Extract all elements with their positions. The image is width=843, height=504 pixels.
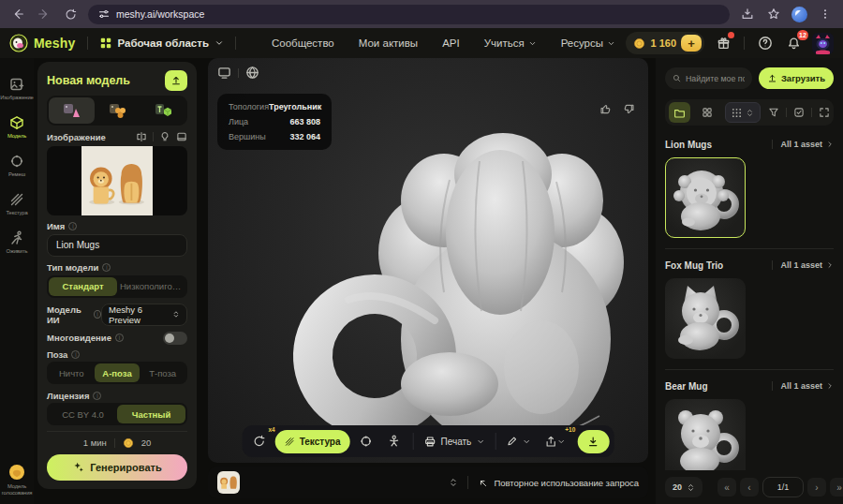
tab-image-to-3d[interactable] (49, 97, 95, 124)
topology-label: Топология (229, 102, 269, 111)
asset-section-count[interactable]: All 1 asset (772, 381, 834, 391)
license-private[interactable]: Частный (117, 405, 185, 422)
license-ccby[interactable]: CC BY 4.0 (49, 405, 117, 422)
first-page-button[interactable]: « (717, 478, 736, 497)
page-size-select[interactable]: 20 (665, 477, 702, 497)
back-icon[interactable] (9, 6, 26, 22)
site-settings-icon[interactable] (98, 8, 110, 20)
wireframe-globe-icon[interactable] (245, 66, 259, 80)
asset-thumbnail-fox[interactable] (665, 278, 746, 359)
edit-button[interactable] (502, 436, 534, 447)
notifications-bell-icon[interactable]: 12 (784, 34, 803, 52)
idea-lightbulb-icon[interactable] (159, 131, 170, 142)
upload-icon (767, 73, 777, 83)
asset-thumbnail-lion[interactable] (665, 157, 746, 238)
folder-view-button[interactable] (669, 102, 690, 123)
gift-icon[interactable] (714, 34, 732, 52)
grid-size-control[interactable] (725, 102, 761, 123)
browser-menu-icon[interactable] (817, 6, 834, 22)
model-type-standard[interactable]: Стандарт (49, 277, 117, 295)
texture-button[interactable]: Текстура (275, 430, 350, 453)
install-icon[interactable] (739, 6, 756, 22)
image-preview[interactable] (47, 146, 187, 215)
tab-multi-image-to-3d[interactable] (95, 97, 140, 124)
multiview-toggle[interactable] (163, 332, 187, 345)
generate-button[interactable]: Генерировать (47, 454, 187, 481)
asset-section-count[interactable]: All 1 asset (772, 260, 834, 270)
asset-search[interactable] (665, 67, 752, 89)
bookmark-star-icon[interactable] (765, 6, 782, 22)
prompt-thumbnail[interactable] (217, 471, 240, 494)
model-type-lowpoly[interactable]: Низкополигонал... (117, 277, 185, 295)
multi-select-icon[interactable] (793, 107, 805, 118)
viewport-3d[interactable]: ТопологияТреугольник Лица663 808 Вершины… (208, 58, 648, 463)
forward-icon[interactable] (36, 6, 52, 22)
asset-section-count[interactable]: All 1 asset (772, 140, 834, 149)
panel-title: Новая модель (47, 74, 130, 87)
url-bar[interactable]: meshy.ai/workspace (88, 5, 730, 24)
print-button[interactable]: Печать (421, 436, 489, 448)
multi-image-icon (108, 102, 126, 119)
name-input[interactable] (47, 234, 187, 256)
filter-icon[interactable] (768, 107, 779, 118)
share-button[interactable]: +10 (538, 429, 571, 453)
remesh-button[interactable] (354, 429, 378, 453)
nav-link-learn[interactable]: Учиться (484, 37, 537, 49)
expand-icon[interactable] (819, 107, 830, 118)
browser-profile-avatar[interactable] (791, 7, 807, 22)
thumbs-up-icon[interactable] (599, 103, 612, 115)
library-icon[interactable] (176, 131, 187, 142)
assets-panel: Загрузить Lion Mugs All 1 asset (656, 58, 843, 504)
notification-badge: 12 (797, 30, 808, 40)
pose-none[interactable]: Ничто (49, 363, 95, 381)
rig-button[interactable] (382, 429, 407, 453)
thumbs-down-icon[interactable] (623, 103, 635, 115)
tab-text-to-3d[interactable] (140, 97, 185, 124)
chevron-right-icon (826, 261, 834, 269)
regenerate-button[interactable]: x4 (247, 429, 272, 453)
screenshot-icon[interactable] (217, 66, 231, 80)
last-page-button[interactable]: » (830, 478, 843, 497)
search-input[interactable] (686, 74, 745, 83)
asset-thumbnail-bear[interactable] (665, 399, 746, 480)
upload-image-button[interactable] (165, 70, 187, 91)
prev-page-button[interactable]: ‹ (740, 478, 759, 497)
add-credits-button[interactable]: + (681, 35, 702, 52)
ai-model-select[interactable]: Meshy 6 Preview (101, 304, 187, 326)
compare-icon[interactable] (136, 131, 147, 142)
nav-link-api[interactable]: API (442, 37, 460, 49)
help-icon[interactable] (756, 34, 775, 52)
rail-item-model-vote[interactable]: Модель голосования (0, 464, 34, 497)
nav-link-resources[interactable]: Ресурсы (561, 37, 615, 49)
user-avatar[interactable] (812, 33, 834, 54)
printer-icon (424, 436, 436, 448)
download-button[interactable] (577, 430, 609, 453)
pose-a[interactable]: А-поза (95, 363, 140, 381)
cube-icon (9, 115, 24, 130)
rail-item-image[interactable]: Изображение (0, 77, 34, 101)
dots-grid-icon (732, 108, 742, 118)
coin-icon (123, 437, 134, 449)
reuse-prompt-button[interactable]: Повторное использование запроса (478, 478, 639, 488)
retry-count-badge: x4 (268, 426, 274, 433)
collapse-control[interactable] (449, 478, 458, 487)
share-icon (544, 436, 556, 448)
grid-view-button[interactable] (696, 102, 717, 123)
credits-pill[interactable]: 1 160 + (626, 32, 704, 54)
image-ai-icon (9, 77, 24, 92)
rail-item-remesh[interactable]: Ремеш (0, 154, 34, 178)
rail-item-texture[interactable]: Текстура (0, 192, 34, 216)
meshy-logo[interactable]: Meshy (9, 34, 76, 52)
search-icon (673, 73, 681, 83)
asset-upload-button[interactable]: Загрузить (759, 67, 834, 89)
nav-link-my-assets[interactable]: Мои активы (359, 37, 418, 49)
workspace-switcher[interactable]: Рабочая область (99, 37, 224, 50)
rail-item-model[interactable]: Модель (0, 115, 34, 140)
pose-t[interactable]: Т-поза (140, 363, 185, 381)
rail-item-animate[interactable]: Оживить (0, 230, 34, 255)
reload-icon[interactable] (62, 6, 79, 22)
nav-link-community[interactable]: Сообщество (272, 37, 334, 49)
mesh-stats-panel: ТопологияТреугольник Лица663 808 Вершины… (217, 94, 332, 150)
vertices-label: Вершины (229, 132, 266, 141)
next-page-button[interactable]: › (807, 478, 826, 497)
